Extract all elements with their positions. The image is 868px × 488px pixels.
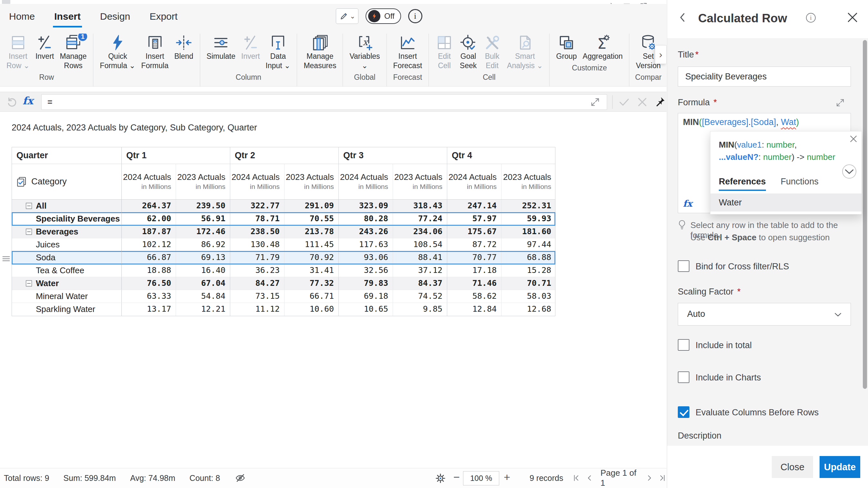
ribbon-button-manage-rows[interactable]: 1ManageRows	[58, 34, 89, 70]
cell-value[interactable]: 58.03	[501, 290, 556, 303]
cell-value[interactable]: 68.88	[501, 251, 556, 264]
cell-value[interactable]: 77.32	[284, 277, 339, 290]
ribbon-button-data-input[interactable]: DataInput ⌄	[264, 34, 293, 70]
include-in-total-checkbox[interactable]	[678, 339, 689, 351]
measure-header[interactable]: 2023 Actualsin Millions	[393, 164, 447, 199]
cell-value[interactable]: 70.92	[284, 251, 339, 264]
pivot-row-all[interactable]: All264.37239.50322.77291.09323.09318.432…	[12, 200, 555, 213]
pivot-row-dimension[interactable]: Category	[12, 164, 122, 199]
zoom-in-button[interactable]: +	[504, 471, 510, 484]
cell-value[interactable]: 18.88	[122, 264, 176, 277]
cell-value[interactable]: 70.55	[284, 213, 339, 225]
evaluate-columns-checkbox[interactable]	[678, 406, 689, 418]
eye-off-icon[interactable]	[235, 472, 246, 484]
zia-toggle[interactable]: Off	[366, 8, 401, 24]
include-in-charts-checkbox[interactable]	[678, 371, 689, 383]
cell-value[interactable]: 79.83	[339, 277, 393, 290]
cell-value[interactable]: 32.56	[339, 264, 393, 277]
cell-value[interactable]: 111.45	[284, 238, 339, 251]
expand-icon[interactable]	[835, 97, 845, 108]
cell-value[interactable]: 54.84	[176, 290, 230, 303]
close-icon[interactable]	[848, 134, 858, 144]
row-label[interactable]: Mineral Water	[12, 290, 122, 303]
row-label[interactable]: All	[12, 200, 122, 212]
bind-cross-filter-checkbox[interactable]	[678, 260, 689, 272]
cell-value[interactable]: 31.41	[284, 264, 339, 277]
collapse-expander-icon[interactable]	[25, 228, 33, 236]
cell-value[interactable]: 86.92	[176, 238, 230, 251]
cell-value[interactable]: 181.60	[501, 225, 556, 238]
cell-value[interactable]: 175.67	[447, 225, 501, 238]
page-next-icon[interactable]	[646, 474, 654, 483]
ribbon-button-invert[interactable]: Invert	[33, 34, 57, 61]
close-icon[interactable]	[636, 96, 648, 108]
quick-edit-button[interactable]: ⌄	[336, 8, 359, 24]
cell-value[interactable]: 13.17	[122, 303, 176, 316]
row-label[interactable]: Water	[12, 277, 122, 290]
panel-scrollbar[interactable]	[863, 40, 867, 389]
collapse-expander-icon[interactable]	[25, 202, 33, 210]
tab-insert[interactable]: Insert	[53, 9, 82, 27]
expand-icon[interactable]	[590, 97, 600, 108]
cell-value[interactable]: 69.13	[176, 251, 230, 264]
cell-value[interactable]: 323.09	[339, 200, 393, 212]
cell-value[interactable]: 63.33	[122, 290, 176, 303]
info-icon[interactable]: i	[806, 13, 816, 23]
quarter-header-qtr-4[interactable]: Qtr 4	[447, 147, 556, 164]
cell-value[interactable]: 97.44	[501, 238, 556, 251]
measure-header[interactable]: 2024 Actualsin Millions	[122, 164, 176, 199]
cell-value[interactable]: 74.52	[393, 290, 447, 303]
zoom-level-input[interactable]	[463, 471, 499, 485]
row-label[interactable]: Tea & Coffee	[12, 264, 122, 277]
cell-value[interactable]: 93.06	[339, 251, 393, 264]
pivot-row-juices[interactable]: Juices102.1286.92130.48111.45117.63108.5…	[12, 238, 555, 251]
cell-value[interactable]: 12.68	[501, 303, 556, 316]
cell-value[interactable]: 15.28	[501, 264, 556, 277]
pivot-row-mineral-water[interactable]: Mineral Water63.3354.8473.1566.7169.1874…	[12, 290, 555, 303]
measure-header[interactable]: 2023 Actualsin Millions	[176, 164, 230, 199]
page-first-icon[interactable]	[572, 474, 580, 483]
cell-value[interactable]: 322.77	[230, 200, 284, 212]
cell-value[interactable]: 58.62	[447, 290, 501, 303]
suggestion-tab-functions[interactable]: Functions	[781, 177, 818, 191]
cell-value[interactable]: 102.12	[122, 238, 176, 251]
cell-value[interactable]: 62.00	[122, 213, 176, 225]
cell-value[interactable]: 76.50	[122, 277, 176, 290]
cell-value[interactable]: 71.46	[447, 277, 501, 290]
quarter-header-qtr-2[interactable]: Qtr 2	[230, 147, 339, 164]
cell-value[interactable]: 73.15	[230, 290, 284, 303]
row-label[interactable]: Sparkling Water	[12, 303, 122, 316]
ribbon-button-aggregation[interactable]: ΣAggregation	[580, 34, 625, 61]
info-icon[interactable]: i	[408, 9, 423, 23]
cell-value[interactable]: 57.97	[447, 213, 501, 225]
measure-header[interactable]: 2024 Actualsin Millions	[447, 164, 501, 199]
cell-value[interactable]: 84.27	[230, 277, 284, 290]
title-field-input[interactable]	[678, 66, 851, 87]
cell-value[interactable]: 59.93	[501, 213, 556, 225]
cell-value[interactable]: 70.77	[447, 251, 501, 264]
ribbon-button-simulate[interactable]: Simulate	[205, 34, 238, 61]
ribbon-button-group[interactable]: Group	[554, 34, 579, 61]
cell-value[interactable]: 56.91	[176, 213, 230, 225]
row-drag-handle-icon[interactable]	[1, 254, 11, 264]
cell-value[interactable]: 66.87	[122, 251, 176, 264]
pivot-row-beverages[interactable]: Beverages187.87172.46238.50213.78243.262…	[12, 225, 555, 238]
cell-value[interactable]: 10.60	[284, 303, 339, 316]
cell-value[interactable]: 252.31	[501, 200, 556, 212]
pivot-row-sparkling-water[interactable]: Sparkling Water13.1712.2111.1210.6010.65…	[12, 303, 555, 316]
measure-header[interactable]: 2023 Actualsin Millions	[501, 164, 556, 199]
ribbon-button-quick-formula[interactable]: QuickFormula ⌄	[97, 34, 137, 70]
cell-value[interactable]: 78.71	[230, 213, 284, 225]
cell-value[interactable]: 66.71	[284, 290, 339, 303]
chevron-down-circle-icon[interactable]	[842, 164, 857, 179]
page-prev-icon[interactable]	[585, 474, 593, 483]
pivot-row-soda[interactable]: Soda66.8769.1371.7970.9293.0688.4170.776…	[12, 251, 555, 264]
suggestion-item-water[interactable]: Water	[710, 193, 862, 212]
cell-value[interactable]: 108.54	[393, 238, 447, 251]
cell-value[interactable]: 67.04	[176, 277, 230, 290]
cell-value[interactable]: 172.46	[176, 225, 230, 238]
cell-value[interactable]: 16.40	[176, 264, 230, 277]
page-last-icon[interactable]	[658, 474, 666, 483]
cell-value[interactable]: 264.37	[122, 200, 176, 212]
cell-value[interactable]: 84.37	[393, 277, 447, 290]
